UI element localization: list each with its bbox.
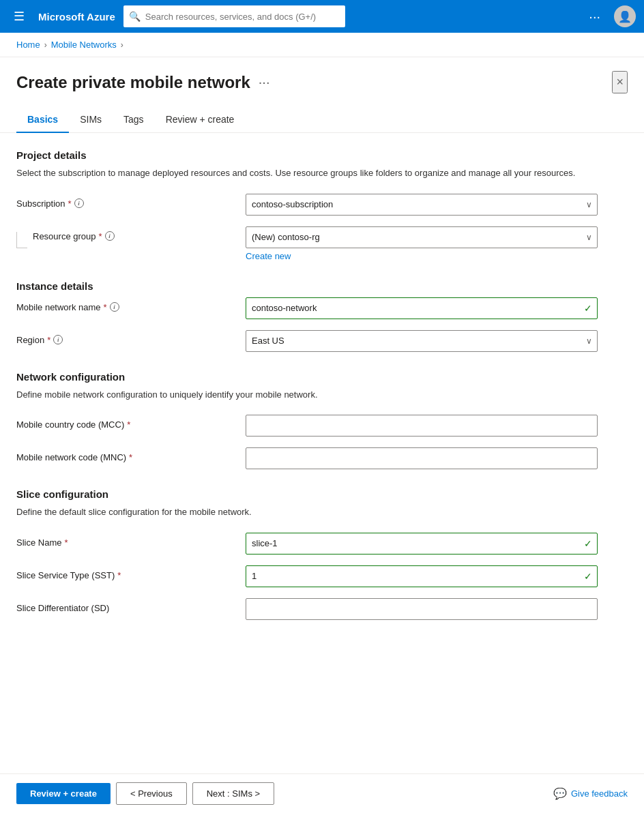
network-config-title: Network configuration	[16, 371, 598, 383]
sst-valid-icon: ✓	[584, 571, 592, 582]
sst-row: Slice Service Type (SST) * ✓	[16, 565, 598, 587]
network-name-row: Mobile network name * i ✓	[16, 297, 598, 319]
mcc-label: Mobile country code (MCC) *	[16, 415, 235, 430]
breadcrumb-sep-1: ›	[44, 40, 47, 50]
slice-name-control: ✓	[246, 533, 598, 555]
tab-sims[interactable]: SIMs	[69, 107, 113, 133]
subscription-required: *	[68, 198, 72, 209]
tab-basics[interactable]: Basics	[16, 107, 69, 133]
mcc-row: Mobile country code (MCC) *	[16, 415, 598, 437]
search-icon: 🔍	[129, 11, 141, 22]
sst-input-wrap: ✓	[246, 565, 598, 587]
main-container: Home › Mobile Networks › Create private …	[0, 33, 644, 786]
subscription-select-wrap: contoso-subscription ∨	[246, 194, 598, 216]
page-header: Create private mobile network ··· ×	[0, 57, 644, 93]
network-name-info-icon[interactable]: i	[110, 302, 119, 312]
resource-group-control-wrap: (New) contoso-rg ∨ Create new	[246, 226, 598, 261]
subscription-row: Subscription * i contoso-subscription ∨	[16, 194, 598, 216]
mnc-control	[246, 447, 598, 469]
instance-details-title: Instance details	[16, 280, 598, 292]
form-content: Project details Select the subscription …	[0, 133, 614, 694]
network-name-label: Mobile network name * i	[16, 297, 235, 312]
tab-review-create[interactable]: Review + create	[155, 107, 246, 133]
topnav: ☰ Microsoft Azure 🔍 ··· 👤	[0, 0, 644, 33]
region-info-icon[interactable]: i	[53, 335, 63, 344]
region-select[interactable]: East US West US West Europe East Asia	[246, 330, 598, 352]
brand-logo: Microsoft Azure	[38, 11, 115, 23]
network-name-control: ✓	[246, 297, 598, 319]
create-new-link[interactable]: Create new	[246, 251, 291, 261]
mcc-required: *	[127, 419, 130, 430]
region-label: Region * i	[16, 330, 235, 345]
slice-name-input[interactable]	[246, 533, 598, 555]
tabs: Basics SIMs Tags Review + create	[0, 93, 644, 133]
network-name-input-wrap: ✓	[246, 297, 598, 319]
slice-config-title: Slice configuration	[16, 488, 598, 500]
project-details-title: Project details	[16, 149, 598, 161]
project-details-desc: Select the subscription to manage deploy…	[16, 166, 598, 180]
sst-label: Slice Service Type (SST) *	[16, 565, 235, 580]
subscription-label: Subscription * i	[16, 194, 235, 209]
breadcrumb: Home › Mobile Networks ›	[0, 33, 644, 57]
resource-group-required: *	[99, 231, 102, 241]
avatar[interactable]: 👤	[614, 5, 636, 27]
subscription-info-icon[interactable]: i	[74, 198, 84, 208]
sst-input[interactable]	[246, 565, 598, 587]
resource-group-line	[16, 232, 27, 248]
breadcrumb-home[interactable]: Home	[16, 40, 40, 50]
slice-name-input-wrap: ✓	[246, 533, 598, 555]
resource-group-select[interactable]: (New) contoso-rg	[246, 226, 598, 248]
footer: Review + create < Previous Next : SIMs >…	[0, 773, 644, 786]
sst-required: *	[117, 570, 121, 580]
slice-name-valid-icon: ✓	[584, 538, 592, 549]
resource-group-row: Resource group * i (New) contoso-rg ∨ Cr…	[16, 226, 598, 261]
page-title-wrap: Create private mobile network ···	[16, 73, 269, 92]
mnc-input[interactable]	[246, 447, 598, 469]
network-name-required: *	[104, 302, 107, 312]
mnc-required: *	[129, 452, 132, 462]
network-name-valid-icon: ✓	[584, 303, 592, 314]
subscription-select[interactable]: contoso-subscription	[246, 194, 598, 216]
breadcrumb-sep-2: ›	[121, 40, 123, 50]
region-select-wrap: East US West US West Europe East Asia ∨	[246, 330, 598, 352]
slice-name-required: *	[64, 537, 68, 548]
search-input[interactable]	[123, 5, 345, 27]
more-options-button[interactable]: ···	[583, 6, 606, 27]
review-create-button[interactable]: Review + create	[16, 783, 111, 786]
page-title-more-button[interactable]: ···	[259, 74, 270, 90]
resource-group-select-wrap: (New) contoso-rg ∨	[246, 226, 598, 248]
mcc-control	[246, 415, 598, 437]
sd-input[interactable]	[246, 598, 598, 620]
hamburger-menu-button[interactable]: ☰	[8, 6, 30, 27]
slice-config-desc: Define the default slice configuration f…	[16, 505, 598, 519]
sst-control: ✓	[246, 565, 598, 587]
next-button[interactable]: Next : SIMs >	[192, 782, 274, 786]
sd-label: Slice Differentiator (SD)	[16, 598, 235, 613]
search-wrap: 🔍	[123, 5, 345, 27]
resource-group-info-icon[interactable]: i	[105, 231, 115, 241]
resource-group-label: Resource group * i	[33, 226, 115, 241]
close-button[interactable]: ×	[612, 71, 628, 93]
mcc-input[interactable]	[246, 415, 598, 437]
slice-config-section: Slice configuration Define the default s…	[16, 488, 598, 620]
previous-button[interactable]: < Previous	[116, 782, 187, 786]
project-details-section: Project details Select the subscription …	[16, 149, 598, 261]
mnc-row: Mobile network code (MNC) *	[16, 447, 598, 469]
slice-name-label: Slice Name *	[16, 533, 235, 548]
resource-group-label-wrap: Resource group * i	[16, 226, 235, 248]
tab-tags[interactable]: Tags	[113, 107, 155, 133]
region-required: *	[47, 335, 50, 345]
region-row: Region * i East US West US West Europe E…	[16, 330, 598, 352]
sd-row: Slice Differentiator (SD)	[16, 598, 598, 620]
mnc-label: Mobile network code (MNC) *	[16, 447, 235, 462]
breadcrumb-mobile-networks[interactable]: Mobile Networks	[51, 40, 117, 50]
sd-control	[246, 598, 598, 620]
network-name-input[interactable]	[246, 297, 598, 319]
page-title: Create private mobile network	[16, 73, 250, 92]
instance-details-section: Instance details Mobile network name * i…	[16, 280, 598, 352]
network-config-desc: Define mobile network configuration to u…	[16, 388, 598, 402]
slice-name-row: Slice Name * ✓	[16, 533, 598, 555]
network-config-section: Network configuration Define mobile netw…	[16, 371, 598, 470]
